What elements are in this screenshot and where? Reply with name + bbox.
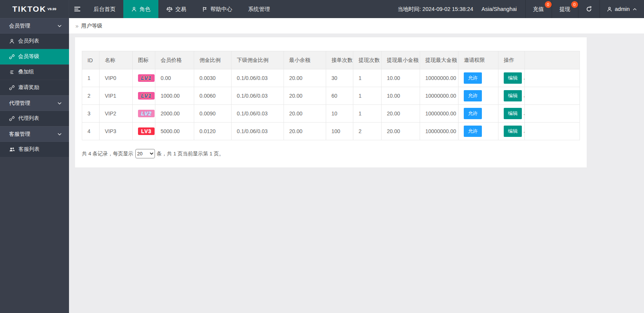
more-actions[interactable]: … xyxy=(523,128,525,134)
cell-icon: LV2 xyxy=(133,105,155,123)
per-page-select[interactable]: 20 xyxy=(135,149,155,158)
user-menu[interactable]: admin xyxy=(600,0,644,18)
column-header: 操作 xyxy=(498,51,525,69)
cell-invite-permission: 允许 xyxy=(458,69,498,87)
nav-dashboard[interactable]: 后台首页 xyxy=(86,0,123,18)
cell-name: VIP1 xyxy=(100,87,133,105)
allow-button[interactable]: 允许 xyxy=(464,108,482,119)
column-header: 接单次数 xyxy=(326,51,353,69)
pagination-prefix: 共 4 条记录，每页显示 xyxy=(82,150,133,157)
cell-empty xyxy=(525,69,580,87)
cell-id: 4 xyxy=(82,123,100,140)
cell-actions: 编辑… xyxy=(498,105,525,123)
cell-name: VIP0 xyxy=(100,69,133,87)
breadcrumb: » 用户等级 xyxy=(69,18,644,34)
nav-role[interactable]: 角色 xyxy=(123,0,158,18)
sidebar-group-service-management[interactable]: 客服管理 xyxy=(0,126,69,142)
withdraw-label: 提现 xyxy=(560,6,570,13)
level-badge-image: LV1 xyxy=(138,74,155,82)
menu-toggle-icon[interactable] xyxy=(69,0,86,18)
sidebar-item-agent-list[interactable]: 代理列表 xyxy=(0,111,69,126)
cell-max-withdraw: 10000000.00 xyxy=(420,69,458,87)
sidebar-item-member-level[interactable]: 会员等级 xyxy=(0,49,69,64)
nav-help-center[interactable]: 帮助中心 xyxy=(194,0,240,18)
sidebar-item-invite-reward[interactable]: 邀请奖励 xyxy=(0,80,69,95)
sidebar-group-member-management[interactable]: 会员管理 xyxy=(0,18,69,34)
cell-withdraw-times: 2 xyxy=(353,123,382,140)
link-icon xyxy=(9,116,15,121)
edit-button[interactable]: 编辑 xyxy=(504,90,522,101)
column-header: 最小余额 xyxy=(284,51,326,69)
column-header-empty xyxy=(525,51,580,69)
allow-button[interactable]: 允许 xyxy=(464,90,482,101)
cell-withdraw-times: 1 xyxy=(353,105,382,123)
cell-sub-commission: 0.1/0.06/0.03 xyxy=(232,105,284,123)
more-actions[interactable]: … xyxy=(523,92,525,98)
flag-icon xyxy=(202,6,208,12)
nav-item-label: 交易 xyxy=(175,6,186,13)
sidebar: 会员管理会员列表会员等级叠加组邀请奖励代理管理代理列表客服管理客服列表 xyxy=(0,18,69,313)
caret-up-icon xyxy=(632,7,637,12)
cell-min-withdraw: 20.00 xyxy=(382,123,420,140)
main-area: » 用户等级 ID名称图标会员价格佣金比例下级佣金比例最小余额接单次数提现次数提… xyxy=(69,0,644,167)
cell-price: 0.00 xyxy=(155,69,194,87)
cell-withdraw-times: 1 xyxy=(353,69,382,87)
refresh-button[interactable] xyxy=(578,0,600,18)
cell-max-withdraw: 10000000.00 xyxy=(420,123,458,140)
nav-system[interactable]: 系统管理 xyxy=(240,0,278,18)
sidebar-item-label: 会员等级 xyxy=(18,53,39,60)
sidebar-item-service-list[interactable]: 客服列表 xyxy=(0,142,69,157)
sidebar-group-label: 会员管理 xyxy=(9,23,30,29)
cell-min-withdraw: 10.00 xyxy=(382,69,420,87)
content-area: ID名称图标会员价格佣金比例下级佣金比例最小余额接单次数提现次数提现最小金额提现… xyxy=(69,34,644,167)
column-header: 佣金比例 xyxy=(194,51,232,69)
cell-order-count: 30 xyxy=(326,69,353,87)
column-header: ID xyxy=(82,51,100,69)
recharge-label: 充值 xyxy=(533,6,544,13)
cell-commission: 0.0120 xyxy=(194,123,232,140)
withdraw-badge: 0 xyxy=(571,1,578,8)
chevron-down-icon xyxy=(57,23,62,29)
topbar-right: 当地时间: 2024-09-02 15:38:24 Asia/Shanghai … xyxy=(389,0,644,18)
more-actions[interactable]: … xyxy=(523,110,525,116)
cell-empty xyxy=(525,105,580,123)
cell-sub-commission: 0.1/0.06/0.03 xyxy=(232,123,284,140)
cell-icon: LV1 xyxy=(133,69,155,87)
user-icon xyxy=(607,6,612,12)
cell-sub-commission: 0.1/0.06/0.03 xyxy=(232,87,284,105)
table-body: 1VIP0LV10.000.00300.1/0.06/0.0320.003011… xyxy=(82,69,580,140)
people-icon xyxy=(9,146,15,152)
cell-name: VIP3 xyxy=(100,123,133,140)
sidebar-item-stack-group[interactable]: 叠加组 xyxy=(0,64,69,80)
cell-order-count: 10 xyxy=(326,105,353,123)
sidebar-group-agent-management[interactable]: 代理管理 xyxy=(0,95,69,111)
chevron-down-icon xyxy=(57,101,62,106)
sidebar-item-member-list[interactable]: 会员列表 xyxy=(0,34,69,49)
withdraw-button[interactable]: 提现 0 xyxy=(552,0,578,18)
cell-icon: LV1 xyxy=(133,87,155,105)
allow-button[interactable]: 允许 xyxy=(464,72,482,84)
nav-item-label: 帮助中心 xyxy=(210,6,232,13)
cell-commission: 0.0030 xyxy=(194,69,232,87)
edit-button[interactable]: 编辑 xyxy=(504,108,522,119)
cell-min-withdraw: 20.00 xyxy=(382,105,420,123)
nav-item-label: 后台首页 xyxy=(94,6,115,13)
nav-trade[interactable]: 交易 xyxy=(158,0,194,18)
column-header: 提现最小金额 xyxy=(382,51,420,69)
edit-button[interactable]: 编辑 xyxy=(504,72,522,84)
cell-order-count: 100 xyxy=(326,123,353,140)
user-level-table: ID名称图标会员价格佣金比例下级佣金比例最小余额接单次数提现次数提现最小金额提现… xyxy=(82,51,580,140)
cell-invite-permission: 允许 xyxy=(458,123,498,140)
table-row: 1VIP0LV10.000.00300.1/0.06/0.0320.003011… xyxy=(82,69,580,87)
more-actions[interactable]: … xyxy=(523,75,525,81)
column-header: 邀请权限 xyxy=(458,51,498,69)
table-row: 2VIP1LV11000.000.00600.1/0.06/0.0320.006… xyxy=(82,87,580,105)
table-card: ID名称图标会员价格佣金比例下级佣金比例最小余额接单次数提现次数提现最小金额提现… xyxy=(75,37,587,167)
person-icon xyxy=(9,38,15,44)
recharge-button[interactable]: 充值 0 xyxy=(525,0,552,18)
cell-id: 3 xyxy=(82,105,100,123)
breadcrumb-separator-icon: » xyxy=(75,23,78,29)
edit-button[interactable]: 编辑 xyxy=(504,126,522,137)
sidebar-group-label: 客服管理 xyxy=(9,131,30,138)
allow-button[interactable]: 允许 xyxy=(464,126,482,137)
